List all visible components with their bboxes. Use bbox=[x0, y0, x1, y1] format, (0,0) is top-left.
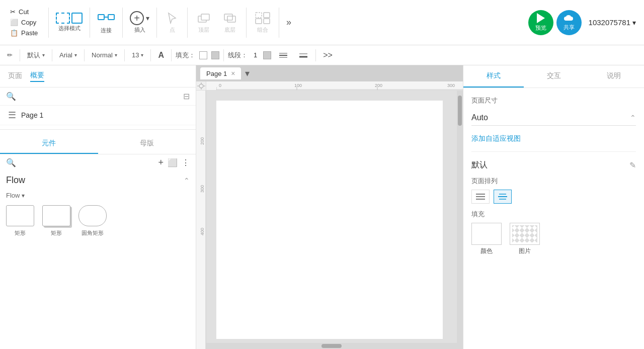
default-section-header: 默认 ✎ bbox=[471, 160, 636, 170]
fmt-divider-6 bbox=[171, 49, 172, 61]
style-select[interactable]: 默认 ▾ bbox=[24, 50, 48, 61]
line-style-icon2 bbox=[298, 52, 308, 59]
insert-button[interactable]: + ▾ 插入 bbox=[127, 9, 152, 36]
select-mode-label: 选择模式 bbox=[58, 25, 80, 32]
tab-interaction[interactable]: 交互 bbox=[524, 65, 584, 88]
line-style-button1[interactable] bbox=[275, 51, 291, 60]
right-group: 预览 共享 1032075781 ▾ bbox=[528, 10, 640, 35]
tab-style[interactable]: 样式 bbox=[463, 65, 524, 88]
page-tab-1[interactable]: Page 1 × bbox=[200, 67, 241, 79]
fmt-divider-8 bbox=[315, 49, 316, 61]
divider-1 bbox=[48, 8, 49, 38]
text-icon: A bbox=[158, 51, 164, 60]
fmt-divider-1 bbox=[20, 49, 20, 61]
size-select[interactable]: 13 ▾ bbox=[129, 50, 146, 60]
user-id-button[interactable]: 1032075781 ▾ bbox=[585, 16, 640, 29]
arrange-btn-left[interactable] bbox=[471, 190, 490, 204]
connect-button[interactable]: 连接 bbox=[94, 9, 118, 36]
size-value: 13 bbox=[132, 51, 139, 59]
canvas-wrapper: 200 300 400 bbox=[196, 91, 463, 349]
bottom-layer-icon bbox=[221, 11, 239, 25]
more-button[interactable]: » bbox=[283, 15, 294, 30]
copy-button[interactable]: ⬜ Copy bbox=[8, 18, 40, 27]
preview-button[interactable]: 预览 bbox=[528, 10, 553, 35]
tab-components[interactable]: 元件 bbox=[0, 134, 98, 154]
auto-select[interactable]: Auto ⌃ bbox=[471, 110, 636, 126]
ruler-vertical: 200 300 400 bbox=[196, 91, 206, 349]
play-icon bbox=[537, 13, 545, 23]
flow-item-label-0: 矩形 bbox=[15, 229, 26, 237]
bottom-label: 底层 bbox=[224, 26, 235, 34]
right-tabs: 样式 交互 说明 bbox=[463, 65, 644, 88]
text-button[interactable]: A bbox=[155, 50, 167, 61]
group-label: 组合 bbox=[257, 26, 268, 34]
fill-color-gray[interactable] bbox=[211, 51, 219, 59]
page-tab-close[interactable]: × bbox=[231, 69, 235, 77]
comp-copy-icon[interactable]: ⬜ bbox=[168, 158, 178, 167]
crosshair-icon bbox=[196, 81, 206, 91]
page-tabs-bar: Page 1 × ▾ bbox=[196, 65, 463, 81]
svg-point-17 bbox=[199, 84, 203, 88]
flow-item-1[interactable]: 矩形 bbox=[42, 205, 70, 237]
fill-image-option[interactable]: 图片 bbox=[510, 223, 540, 255]
scrollbar-thumb-h[interactable] bbox=[321, 344, 342, 348]
filter-icon[interactable]: ⊟ bbox=[183, 92, 190, 101]
flow-title: Flow bbox=[6, 175, 25, 186]
canvas-page bbox=[216, 101, 443, 339]
svg-text:100: 100 bbox=[294, 83, 302, 88]
tab-notes[interactable]: 说明 bbox=[584, 65, 644, 88]
main-area: 页面 概要 🔍 ⊟ ☰ Page 1 元件 母版 🔍 + ⬜ bbox=[0, 65, 644, 349]
point-button[interactable]: 点 bbox=[161, 9, 183, 36]
fill-color-white[interactable] bbox=[199, 51, 207, 59]
weight-select[interactable]: Normal ▾ bbox=[89, 50, 120, 60]
comp-more-icon[interactable]: ⋮ bbox=[182, 158, 190, 167]
tab-masters[interactable]: 母版 bbox=[98, 134, 196, 154]
add-view-link[interactable]: 添加自适应视图 bbox=[471, 134, 521, 142]
scrollbar-thumb-v[interactable] bbox=[458, 96, 462, 126]
pages-search-icon: 🔍 bbox=[6, 92, 16, 101]
flow-items: 矩形 矩形 圆角矩形 bbox=[6, 201, 190, 241]
pages-search-input[interactable] bbox=[20, 93, 179, 100]
flow-item-0[interactable]: 矩形 bbox=[6, 205, 34, 237]
right-panel-content: 页面尺寸 Auto ⌃ 添加自适应视图 默认 ✎ 页面排列 bbox=[463, 88, 644, 264]
page-1-name: Page 1 bbox=[21, 111, 43, 119]
page-tab-more[interactable]: ▾ bbox=[245, 68, 250, 79]
flow-group-arrow[interactable]: ▾ bbox=[22, 192, 25, 199]
font-select[interactable]: Arial ▾ bbox=[56, 50, 80, 60]
edit-style-button[interactable]: ✏ bbox=[4, 50, 16, 60]
components-tabs: 元件 母版 bbox=[0, 134, 196, 154]
arrange-btn-center[interactable] bbox=[494, 190, 512, 204]
group-icon bbox=[254, 11, 272, 25]
canvas-content[interactable] bbox=[206, 91, 463, 349]
bottom-layer-button[interactable]: 底层 bbox=[218, 9, 242, 36]
line-style-button2[interactable] bbox=[295, 51, 311, 60]
scrollbar-vertical[interactable] bbox=[457, 91, 463, 349]
top-layer-button[interactable]: 顶层 bbox=[192, 9, 216, 36]
ruler-horizontal: 0 100 200 300 bbox=[206, 81, 463, 91]
style-value: 默认 bbox=[27, 51, 40, 60]
share-button[interactable]: 共享 bbox=[556, 10, 582, 35]
comp-add-icon[interactable]: + bbox=[158, 157, 164, 168]
divider-4 bbox=[156, 8, 157, 38]
format-expand-button[interactable]: >> bbox=[320, 50, 336, 61]
paste-button[interactable]: 📋 Paste bbox=[8, 28, 40, 38]
group-button[interactable]: 组合 bbox=[251, 9, 275, 36]
svg-text:400: 400 bbox=[200, 228, 205, 235]
divider-5 bbox=[187, 8, 188, 38]
fill-color-option[interactable]: 颜色 bbox=[471, 223, 502, 255]
tab-outline[interactable]: 概要 bbox=[30, 71, 44, 82]
edit-default-icon[interactable]: ✎ bbox=[629, 160, 636, 170]
cut-button[interactable]: ✂ Cut bbox=[8, 7, 40, 17]
scrollbar-horizontal[interactable] bbox=[206, 343, 457, 349]
page-1-item[interactable]: ☰ Page 1 bbox=[0, 106, 196, 125]
flow-expand-icon[interactable]: ⌃ bbox=[184, 177, 190, 185]
svg-marker-3 bbox=[169, 13, 176, 23]
share-label: 共享 bbox=[564, 24, 575, 31]
flow-group-label: Flow bbox=[6, 192, 20, 199]
select-mode-button[interactable]: 选择模式 bbox=[53, 11, 86, 34]
line-color[interactable] bbox=[263, 51, 271, 59]
comp-search-icon[interactable]: 🔍 bbox=[6, 158, 16, 167]
cloud-icon bbox=[563, 14, 575, 24]
flow-item-2[interactable]: 圆角矩形 bbox=[78, 205, 107, 237]
tab-pages[interactable]: 页面 bbox=[8, 71, 22, 81]
